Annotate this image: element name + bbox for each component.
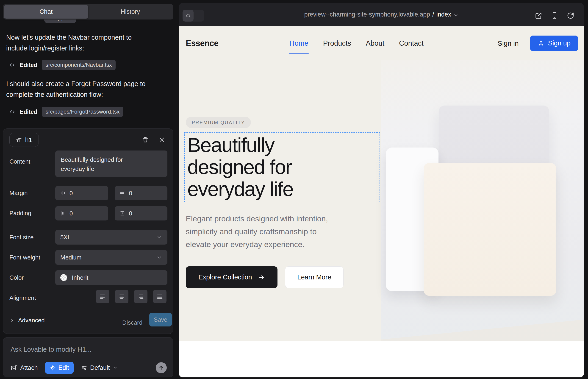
send-button[interactable] (156, 362, 167, 373)
dots-decoration: ·· (58, 19, 65, 22)
chat-history-tabbar: Chat History (3, 4, 173, 19)
prompt-input[interactable]: Ask Lovable to modify H1... (11, 346, 92, 353)
padding-vertical-icon (119, 210, 125, 216)
explore-collection-button[interactable]: Explore Collection (186, 266, 278, 288)
hero-badge: PREMIUM QUALITY (186, 117, 251, 128)
prompt-toolbar: Attach Edit Default (11, 361, 167, 374)
mobile-view-icon[interactable] (550, 11, 559, 20)
color-value: Inherit (72, 274, 88, 281)
sign-in-link[interactable]: Sign in (498, 39, 519, 47)
hero-paragraph: Elegant products designed with intention… (186, 212, 328, 251)
tab-history[interactable]: History (88, 5, 173, 19)
prompt-box: Ask Lovable to modify H1... Attach Edit … (3, 337, 173, 377)
attach-button[interactable]: Attach (11, 364, 38, 371)
tab-chat[interactable]: Chat (4, 5, 88, 19)
edit-mode-chip[interactable]: Edit (45, 362, 74, 374)
url-host: preview--charming-site-symphony.lovable.… (304, 11, 430, 18)
learn-more-button[interactable]: Learn More (285, 266, 343, 288)
padding-label: Padding (9, 210, 31, 217)
content-input[interactable]: Beautifully designed for everyday life (55, 151, 167, 177)
edited-file-row: Edited src/pages/ForgotPassword.tsx (9, 107, 123, 117)
browser-actions (534, 11, 575, 20)
selection-outline[interactable]: Beautifully designed for everyday life (184, 132, 380, 202)
delete-element-button[interactable] (141, 136, 150, 144)
font-weight-label: Font weight (9, 254, 40, 261)
url-page: index (436, 11, 451, 18)
nav-link-home[interactable]: Home (289, 39, 309, 47)
code-icon (9, 62, 15, 68)
font-weight-select[interactable]: Medium (55, 250, 167, 265)
type-icon (16, 137, 22, 143)
chevron-down-icon (156, 254, 162, 260)
padding-horizontal-icon (60, 210, 66, 216)
attach-label: Attach (20, 364, 38, 371)
nav-link-about[interactable]: About (366, 39, 384, 47)
alignment-label: Alignment (9, 294, 36, 301)
align-left-button[interactable] (96, 290, 109, 303)
target-icon (50, 365, 56, 371)
attach-image-icon (11, 364, 17, 371)
site-logo[interactable]: Essence (186, 26, 218, 60)
file-chip[interactable]: src/components/Navbar.tsx (42, 60, 115, 70)
margin-label: Margin (9, 190, 28, 197)
margin-horizontal-icon (60, 190, 66, 196)
color-select[interactable]: Inherit (55, 270, 167, 285)
chevron-down-icon (113, 365, 118, 370)
advanced-label: Advanced (18, 317, 45, 324)
close-panel-button[interactable] (158, 136, 166, 144)
align-center-button[interactable] (115, 290, 128, 303)
section-below-hero (179, 341, 584, 377)
open-in-new-icon[interactable] (534, 11, 543, 20)
margin-y-input[interactable]: 0 (115, 186, 167, 200)
align-right-button[interactable] (134, 290, 147, 303)
site-navbar: Essence Home Products About Contact Sign… (179, 26, 584, 60)
discard-button[interactable]: Discard (119, 317, 146, 329)
margin-vertical-icon (119, 190, 125, 196)
font-size-select[interactable]: 5XL (55, 230, 167, 245)
nav-link-contact[interactable]: Contact (399, 39, 424, 47)
advanced-toggle[interactable]: Advanced (9, 317, 45, 324)
font-weight-value: Medium (60, 254, 81, 261)
edited-label: Edited (20, 109, 37, 115)
user-icon (538, 40, 544, 47)
align-justify-button[interactable] (153, 290, 167, 303)
file-chip[interactable]: src/pages/ForgotPassword.tsx (42, 107, 123, 117)
padding-y-value: 0 (129, 210, 132, 217)
decorative-card-beige (424, 163, 556, 296)
sign-up-label: Sign up (548, 39, 571, 47)
selected-element-tag: h1 (9, 133, 39, 147)
nav-link-products[interactable]: Products (323, 39, 351, 47)
save-button[interactable]: Save (149, 313, 172, 327)
arrow-right-icon (258, 274, 265, 281)
chevron-down-icon (453, 13, 458, 18)
content-label: Content (9, 158, 30, 165)
padding-x-input[interactable]: 0 (55, 206, 108, 221)
url-separator: / (432, 11, 434, 18)
tag-name: h1 (25, 136, 32, 144)
element-editor-panel: h1 Content Beautifully designed for ever… (3, 128, 173, 334)
lovable-app: ·· Chat History Now let's update the Nav… (0, 0, 588, 379)
font-size-label: Font size (9, 234, 34, 241)
hero-heading[interactable]: Beautifully designed for everyday life (187, 134, 293, 200)
color-swatch (60, 274, 67, 281)
sliders-icon (81, 364, 87, 371)
model-selector[interactable]: Default (81, 364, 118, 371)
explore-collection-label: Explore Collection (198, 273, 252, 281)
refresh-icon[interactable] (566, 11, 575, 20)
font-size-value: 5XL (60, 234, 71, 241)
padding-x-value: 0 (69, 210, 73, 217)
nav-menu: Home Products About Contact (289, 26, 424, 60)
nav-auth: Sign in Sign up (498, 26, 578, 60)
padding-y-input[interactable]: 0 (115, 206, 167, 221)
mode-label: Default (90, 364, 110, 371)
chat-message: I should also create a Forgot Password p… (6, 79, 168, 100)
margin-y-value: 0 (129, 190, 132, 197)
chevron-down-icon (156, 234, 162, 240)
margin-x-value: 0 (69, 190, 73, 197)
sign-up-button[interactable]: Sign up (530, 35, 578, 51)
chevron-right-icon (9, 318, 15, 323)
color-label: Color (9, 274, 24, 281)
url-bar[interactable]: preview--charming-site-symphony.lovable.… (179, 3, 584, 26)
margin-x-input[interactable]: 0 (55, 186, 108, 200)
preview-site: Essence Home Products About Contact Sign… (179, 26, 584, 377)
